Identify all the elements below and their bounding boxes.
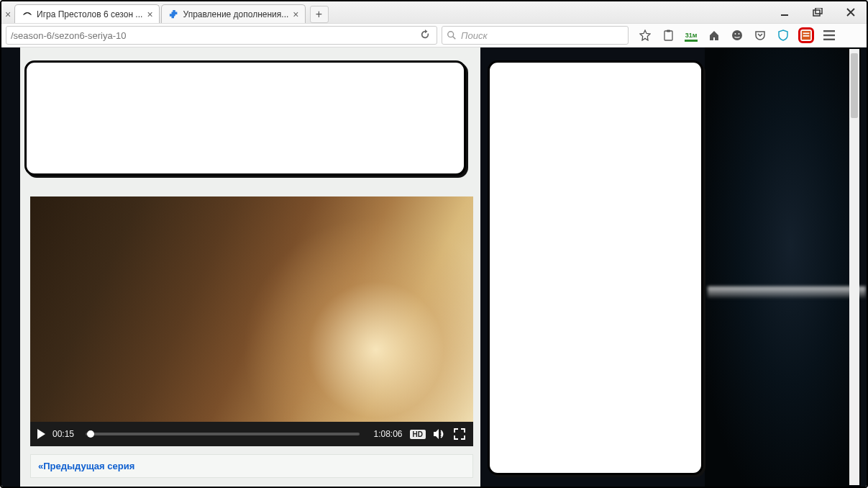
svg-rect-7 — [685, 40, 698, 42]
svg-rect-1 — [813, 10, 820, 16]
video-frame[interactable] — [30, 196, 473, 422]
page-inner: 00:15 1:08:06 HD «Предыдущая серия — [10, 48, 861, 487]
bookmark-star-icon[interactable] — [637, 27, 653, 43]
close-icon[interactable]: × — [147, 9, 152, 20]
titlebar: × Игра Престолов 6 сезон ... × Управлени… — [1, 1, 867, 23]
hamburger-menu-icon[interactable] — [821, 27, 837, 43]
svg-rect-5 — [664, 31, 672, 40]
ad-placeholder-side — [488, 60, 703, 475]
background-art — [705, 48, 861, 487]
pocket-icon[interactable] — [752, 27, 768, 43]
address-bar[interactable]: /season-6/sezon6-seriya-10 — [6, 26, 437, 45]
search-placeholder: Поиск — [461, 30, 488, 41]
shield-icon[interactable] — [775, 27, 791, 43]
site-icon — [22, 9, 32, 19]
window-controls — [772, 1, 864, 23]
svg-rect-12 — [803, 33, 810, 35]
reload-icon[interactable] — [418, 30, 432, 42]
svg-rect-13 — [803, 35, 810, 37]
search-icon — [447, 30, 457, 40]
svg-rect-15 — [823, 35, 835, 36]
svg-rect-0 — [781, 14, 788, 16]
svg-rect-6 — [667, 30, 670, 32]
clipboard-icon[interactable] — [660, 27, 676, 43]
minimize-button[interactable] — [772, 4, 798, 20]
adblock-extension-icon[interactable] — [798, 27, 814, 43]
toolbar-icons: 31м — [637, 27, 837, 43]
tab-title: Игра Престолов 6 сезон ... — [37, 9, 142, 19]
tab-title: Управление дополнения... — [183, 9, 289, 19]
tab-1[interactable]: × Игра Престолов 6 сезон ... × — [14, 4, 160, 23]
fullscreen-icon[interactable] — [453, 428, 466, 440]
svg-point-8 — [732, 30, 742, 40]
time-elapsed: 00:15 — [52, 429, 78, 439]
svg-rect-2 — [816, 8, 822, 14]
svg-point-3 — [448, 32, 454, 37]
tab-2[interactable]: Управление дополнения... × — [161, 4, 306, 23]
tab-strip: × Игра Престолов 6 сезон ... × Управлени… — [1, 1, 329, 23]
maximize-button[interactable] — [805, 4, 831, 20]
prev-episode-link[interactable]: «Предыдущая серия — [38, 461, 134, 471]
page-scrollbar[interactable] — [849, 49, 859, 485]
hd-badge[interactable]: HD — [410, 430, 426, 439]
svg-point-9 — [735, 33, 736, 35]
new-tab-button[interactable]: + — [310, 6, 329, 23]
search-box[interactable]: Поиск — [442, 26, 629, 45]
progress-bar[interactable] — [86, 433, 360, 435]
close-icon[interactable]: × — [5, 9, 11, 20]
svg-point-10 — [739, 33, 740, 35]
svg-rect-14 — [823, 30, 835, 32]
home-icon[interactable] — [706, 27, 722, 43]
ad-placeholder-top — [24, 60, 466, 176]
play-button[interactable] — [37, 429, 45, 439]
close-window-button[interactable] — [838, 4, 864, 20]
volume-icon[interactable] — [433, 428, 446, 440]
video-controls: 00:15 1:08:06 HD — [30, 422, 473, 446]
progress-knob[interactable] — [87, 430, 94, 438]
navbar: /season-6/sezon6-seriya-10 Поиск 31м — [1, 23, 867, 48]
svg-rect-16 — [823, 39, 835, 40]
time-total: 1:08:06 — [367, 429, 403, 439]
episode-nav: «Предыдущая серия — [30, 454, 473, 478]
video-player: 00:15 1:08:06 HD — [30, 196, 473, 446]
smiley-icon[interactable] — [729, 27, 745, 43]
svg-line-4 — [453, 37, 456, 40]
savefrom-icon[interactable]: 31м — [683, 27, 699, 43]
page-content: 00:15 1:08:06 HD «Предыдущая серия — [1, 48, 867, 487]
close-icon[interactable]: × — [293, 9, 298, 20]
background-streak — [708, 286, 866, 298]
url-text: /season-6/sezon6-seriya-10 — [11, 30, 418, 41]
scrollbar-thumb[interactable] — [851, 53, 858, 118]
addon-icon — [169, 9, 179, 19]
